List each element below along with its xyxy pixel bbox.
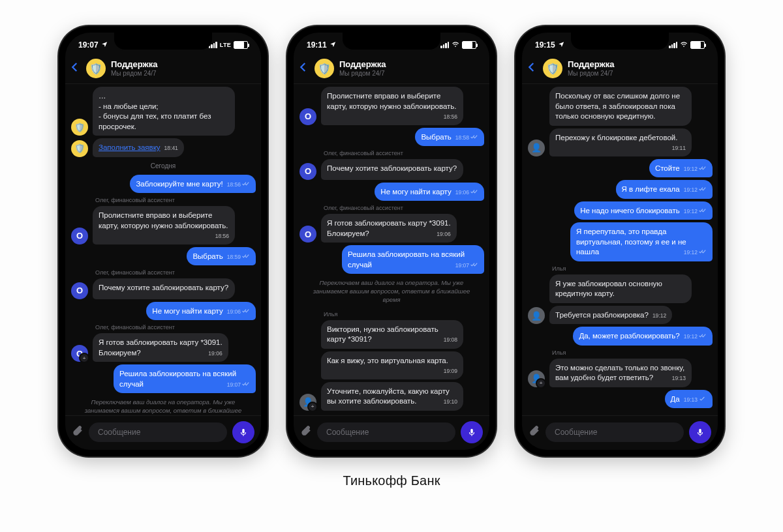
outgoing-message[interactable]: Не могу найти карту 19:06 bbox=[70, 302, 256, 321]
incoming-message[interactable]: O+ Я готов заблокировать карту *3091.Бло… bbox=[70, 333, 256, 362]
outgoing-message[interactable]: Не надо ничего блокировать 19:12 bbox=[527, 201, 713, 220]
message-text: Не могу найти карту bbox=[380, 188, 451, 196]
outgoing-message[interactable]: Решила заблокировать на всякий случай 19… bbox=[70, 364, 256, 393]
header-avatar[interactable]: 🛡️ bbox=[315, 59, 334, 78]
message-text: Не могу найти карту bbox=[152, 307, 223, 315]
outgoing-message[interactable]: Выбрать 18:59 bbox=[70, 247, 256, 266]
message-time: 19:06 bbox=[455, 189, 478, 196]
chat-subtitle: Мы рядом 24/7 bbox=[111, 70, 158, 78]
attach-button[interactable] bbox=[300, 425, 312, 439]
message-text: …- на любые цели;- бонусы для тех, кто п… bbox=[99, 92, 211, 130]
message-text: Требуется разблокировка? bbox=[555, 311, 649, 319]
sender-label: Илья bbox=[324, 311, 484, 318]
message-link[interactable]: Заполнить заявку bbox=[99, 143, 161, 151]
sender-label: Олег, финансовый ассистент bbox=[324, 205, 484, 211]
read-checks-icon bbox=[242, 181, 250, 188]
incoming-message[interactable]: Поскольку от вас слишком долго не было о… bbox=[527, 87, 713, 126]
mic-button[interactable] bbox=[232, 421, 254, 443]
message-text: Я в лифте ехала bbox=[622, 185, 680, 193]
message-time: 19:06 bbox=[208, 350, 222, 357]
device-notch bbox=[571, 33, 669, 50]
outgoing-message[interactable]: Решила заблокировать на всякий случай 19… bbox=[299, 245, 484, 274]
incoming-message[interactable]: Виктория, нужно заблокировать карту *309… bbox=[299, 320, 484, 349]
outgoing-message[interactable]: Да 19:13 bbox=[527, 390, 713, 409]
incoming-message[interactable]: Как я вижу, это виртуальная карта. 19:09 bbox=[299, 351, 484, 379]
avatar-oleg: O+ bbox=[71, 345, 88, 362]
outgoing-message[interactable]: Не могу найти карту 19:06 bbox=[299, 183, 484, 201]
read-checks-icon bbox=[699, 166, 707, 173]
incoming-message[interactable]: Я уже заблокировал основную кредитную ка… bbox=[527, 274, 713, 303]
incoming-message[interactable]: 🛡️ …- на любые цели;- бонусы для тех, кт… bbox=[70, 87, 256, 136]
avatar-tinkoff: 🛡️ bbox=[71, 140, 88, 157]
date-separator: Сегодня bbox=[70, 162, 256, 170]
avatar-operator: 👤 bbox=[528, 307, 545, 324]
outgoing-message[interactable]: Стойте 19:12 bbox=[527, 159, 713, 178]
header-avatar[interactable]: 🛡️ bbox=[86, 59, 106, 78]
header-avatar[interactable]: 🛡️ bbox=[543, 59, 562, 78]
sender-label: Олег, финансовый ассистент bbox=[95, 324, 256, 331]
message-time: 19:13 bbox=[672, 375, 686, 382]
message-input[interactable]: Сообщение bbox=[317, 422, 455, 442]
read-checks-icon bbox=[242, 381, 250, 389]
message-list[interactable]: Поскольку от вас слишком долго не было о… bbox=[522, 84, 718, 415]
sender-label: Олег, финансовый ассистент bbox=[95, 269, 256, 276]
read-checks-icon bbox=[470, 134, 478, 141]
incoming-message[interactable]: 👤+ Уточните, пожалуйста, какую карту вы … bbox=[299, 382, 484, 411]
outgoing-message[interactable]: Выбрать 18:58 bbox=[299, 128, 484, 147]
back-button[interactable] bbox=[526, 61, 538, 76]
mic-button[interactable] bbox=[461, 421, 483, 443]
message-time: 19:06 bbox=[227, 308, 250, 316]
battery-icon bbox=[462, 41, 476, 49]
wifi-icon bbox=[452, 40, 459, 50]
message-time: 19:12 bbox=[684, 333, 707, 340]
phone-mockup: 19:07 LTE 🛡️ Поддержка Мы рядом 24/7 � bbox=[59, 26, 268, 456]
incoming-message[interactable]: O Почему хотите заблокировать карту? bbox=[299, 159, 484, 180]
message-input[interactable]: Сообщение bbox=[89, 422, 227, 442]
incoming-message[interactable]: O Пролистните вправо и выберите карту, к… bbox=[70, 206, 256, 244]
message-time: 19:08 bbox=[444, 336, 457, 344]
message-text: Стойте bbox=[655, 164, 680, 172]
back-button[interactable] bbox=[69, 61, 81, 76]
avatar-operator: 👤+ bbox=[528, 370, 545, 387]
system-note: Переключаем ваш диалог на оператора. Мы … bbox=[70, 396, 256, 415]
chat-subtitle: Мы рядом 24/7 bbox=[339, 70, 386, 78]
message-text: Поскольку от вас слишком долго не было о… bbox=[555, 92, 680, 120]
composer: Сообщение bbox=[522, 415, 718, 450]
device-notch bbox=[114, 33, 212, 50]
outgoing-message[interactable]: Заблокируйте мне карту! 18:56 bbox=[70, 175, 256, 194]
message-list[interactable]: 🛡️ …- на любые цели;- бонусы для тех, кт… bbox=[65, 84, 261, 415]
mic-button[interactable] bbox=[689, 421, 711, 443]
attach-button[interactable] bbox=[72, 425, 84, 439]
chat-title: Поддержка bbox=[339, 60, 386, 70]
outgoing-message[interactable]: Да, можете разблокировать? 19:12 bbox=[527, 327, 713, 346]
avatar-oleg: O bbox=[299, 226, 316, 243]
message-text: Я уже заблокировал основную кредитную ка… bbox=[555, 280, 662, 298]
outgoing-message[interactable]: Я перепутала, это правда виртуальная, по… bbox=[527, 222, 713, 261]
incoming-message[interactable]: 👤 Перехожу к блокировке дебетовой. 19:11 bbox=[527, 128, 713, 156]
message-text: Да, можете разблокировать? bbox=[579, 332, 679, 340]
message-text: Перехожу к блокировке дебетовой. bbox=[555, 134, 677, 141]
message-text: Выбрать bbox=[192, 252, 223, 260]
incoming-message[interactable]: 👤 Требуется разблокировка? 19:12 bbox=[527, 306, 713, 325]
read-checks-icon bbox=[242, 308, 250, 316]
read-checks-icon bbox=[470, 262, 478, 269]
read-checks-icon bbox=[699, 186, 707, 194]
incoming-message[interactable]: 👤+ Это можно сделать только по звонку, в… bbox=[527, 359, 713, 387]
attach-button[interactable] bbox=[529, 425, 540, 439]
phone-mockup: 19:11 🛡️ Поддержка Мы рядом 24/7 O bbox=[287, 26, 496, 456]
message-input[interactable]: Сообщение bbox=[545, 422, 684, 442]
message-time: 18:59 bbox=[227, 254, 250, 261]
read-checks-icon bbox=[699, 333, 707, 340]
incoming-message[interactable]: O Пролистните вправо и выберите карту, к… bbox=[299, 87, 484, 125]
incoming-message[interactable]: O Почему хотите заблокировать карту? bbox=[70, 278, 256, 299]
incoming-message[interactable]: O Я готов заблокировать карту *3091.Блок… bbox=[299, 214, 484, 243]
signal-icon bbox=[669, 42, 677, 48]
message-list[interactable]: O Пролистните вправо и выберите карту, к… bbox=[294, 84, 489, 415]
device-notch bbox=[343, 33, 440, 50]
avatar-oleg: O bbox=[299, 108, 316, 125]
message-text: Решила заблокировать на всякий случай bbox=[119, 370, 236, 388]
status-time: 19:11 bbox=[307, 40, 327, 50]
incoming-message[interactable]: 🛡️ Заполнить заявку 18:41 bbox=[70, 138, 256, 157]
back-button[interactable] bbox=[298, 61, 309, 76]
outgoing-message[interactable]: Я в лифте ехала 19:12 bbox=[527, 180, 713, 199]
